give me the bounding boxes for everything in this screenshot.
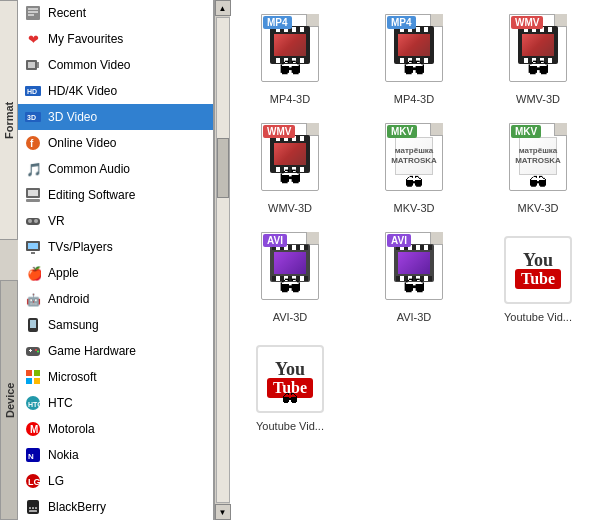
sidebar-item-hd-label: HD/4K Video	[48, 84, 117, 98]
sidebar-item-android[interactable]: 🤖 Android	[18, 286, 213, 312]
svg-rect-29	[30, 349, 31, 352]
svg-rect-6	[28, 62, 35, 68]
heart-icon: ❤	[24, 30, 42, 48]
file-item-avi-3d-1[interactable]: AVI 🕶 AVI-3D	[240, 228, 340, 327]
sidebar-scrollbar[interactable]: ▲ ▼	[214, 0, 230, 520]
sidebar-item-htc[interactable]: HTC HTC	[18, 390, 213, 416]
common-video-icon	[24, 56, 42, 74]
lg-icon: LG	[24, 472, 42, 490]
avi-3d-2-label: AVI-3D	[397, 311, 432, 323]
sidebar-item-hd-4k[interactable]: HD HD/4K Video	[18, 78, 213, 104]
file-item-mkv-3d-2[interactable]: MKV матрёшкаMATROSKA 🕶 MKV-3D	[488, 119, 588, 218]
apple-icon: 🍎	[24, 264, 42, 282]
blackberry-icon	[24, 498, 42, 516]
scroll-thumb[interactable]	[217, 138, 229, 198]
avi-badge-1: AVI	[263, 234, 287, 247]
svg-rect-48	[29, 510, 37, 512]
svg-text:M: M	[30, 424, 38, 435]
main-content: MP4 🕶 MP4-3D MP4 🕶 MP4-3D WMV 🕶 WMV-3D W…	[230, 0, 612, 520]
3d-glasses-4: 🕶	[279, 166, 301, 192]
sidebar-item-apple[interactable]: 🍎 Apple	[18, 260, 213, 286]
svg-rect-33	[34, 370, 40, 376]
sidebar-item-game-hardware[interactable]: Game Hardware	[18, 338, 213, 364]
file-item-mkv-3d-1[interactable]: MKV матрёшкаMATROSKA 🕶 MKV-3D	[364, 119, 464, 218]
avi-3d-2-icon: AVI 🕶	[379, 232, 449, 307]
file-item-wmv-3d-2[interactable]: WMV 🕶 WMV-3D	[240, 119, 340, 218]
3d-glasses-7: 🕶	[279, 275, 301, 301]
svg-point-18	[28, 219, 32, 223]
sidebar-item-samsung-label: Samsung	[48, 318, 99, 332]
sidebar-item-microsoft[interactable]: Microsoft	[18, 364, 213, 390]
file-item-mp4-3d-1[interactable]: MP4 🕶 MP4-3D	[240, 10, 340, 109]
sidebar-item-audio-label: Common Audio	[48, 162, 130, 176]
svg-point-30	[35, 349, 37, 351]
svg-rect-3	[28, 14, 34, 16]
sidebar-item-nokia[interactable]: N Nokia	[18, 442, 213, 468]
3d-glasses-8: 🕶	[403, 275, 425, 301]
mkv-badge-2: MKV	[511, 125, 541, 138]
svg-text:🎵: 🎵	[26, 161, 41, 177]
youtube-tube-1: Tube	[515, 269, 561, 289]
recent-icon	[24, 4, 42, 22]
svg-point-19	[34, 219, 38, 223]
svg-rect-46	[32, 507, 34, 509]
samsung-icon	[24, 316, 42, 334]
youtube-1-label: Youtube Vid...	[504, 311, 572, 323]
svg-rect-26	[30, 320, 36, 328]
sidebar-item-favourites-label: My Favourites	[48, 32, 123, 46]
wmv-badge-2: WMV	[263, 125, 295, 138]
sidebar-list: Recent ❤ My Favourites Common Video HD H…	[18, 0, 213, 520]
mkv-badge-1: MKV	[387, 125, 417, 138]
file-item-youtube-2[interactable]: You Tube 🕶 Youtube Vid...	[240, 337, 340, 436]
sidebar-item-lg[interactable]: LG LG	[18, 468, 213, 494]
svg-text:HD: HD	[27, 88, 37, 95]
tab-format[interactable]: Format	[0, 0, 18, 240]
svg-text:HTC: HTC	[28, 401, 41, 408]
svg-rect-2	[28, 11, 38, 13]
sidebar-item-samsung[interactable]: Samsung	[18, 312, 213, 338]
file-item-youtube-1[interactable]: You Tube Youtube Vid...	[488, 228, 588, 327]
file-item-wmv-3d[interactable]: WMV 🕶 WMV-3D	[488, 10, 588, 109]
3d-glasses-6: 🕶	[529, 173, 547, 194]
youtube-1-icon: You Tube	[503, 232, 573, 307]
htc-icon: HTC	[24, 394, 42, 412]
wmv-3d-2-icon: WMV 🕶	[255, 123, 325, 198]
3d-glasses-5: 🕶	[405, 173, 423, 194]
sidebar-item-tvs[interactable]: TVs/Players	[18, 234, 213, 260]
mp4-3d-2-label: MP4-3D	[394, 93, 434, 105]
sidebar-item-blackberry[interactable]: BlackBerry	[18, 494, 213, 520]
sidebar-item-recent[interactable]: Recent	[18, 0, 213, 26]
scroll-down-arrow[interactable]: ▼	[215, 504, 231, 520]
sidebar-item-vr[interactable]: VR	[18, 208, 213, 234]
sidebar-item-common-audio[interactable]: 🎵 Common Audio	[18, 156, 213, 182]
mkv-3d-2-icon: MKV матрёшкаMATROSKA 🕶	[503, 123, 573, 198]
svg-rect-16	[26, 199, 40, 202]
svg-text:N: N	[28, 452, 34, 461]
sidebar-item-favourites[interactable]: ❤ My Favourites	[18, 26, 213, 52]
sidebar-item-lg-label: LG	[48, 474, 64, 488]
sidebar-item-online-video[interactable]: f Online Video	[18, 130, 213, 156]
matroska-logo-1: матрёшкаMATROSKA	[395, 137, 433, 175]
file-item-mp4-3d-2[interactable]: MP4 🕶 MP4-3D	[364, 10, 464, 109]
sidebar-item-motorola[interactable]: M Motorola	[18, 416, 213, 442]
wmv-3d-icon: WMV 🕶	[503, 14, 573, 89]
sidebar-item-microsoft-label: Microsoft	[48, 370, 97, 384]
android-icon: 🤖	[24, 290, 42, 308]
svg-text:🍎: 🍎	[27, 265, 41, 281]
sidebar-item-motorola-label: Motorola	[48, 422, 95, 436]
sidebar-item-editing[interactable]: Editing Software	[18, 182, 213, 208]
youtube-2-icon: You Tube 🕶	[255, 341, 325, 416]
youtube-you-1: You	[523, 251, 553, 269]
game-icon	[24, 342, 42, 360]
scroll-up-arrow[interactable]: ▲	[215, 0, 231, 16]
svg-rect-47	[35, 507, 37, 509]
youtube-glasses: 🕶	[282, 391, 298, 409]
scroll-track[interactable]	[216, 17, 230, 503]
sidebar-item-3d-video[interactable]: 3D 3D Video	[18, 104, 213, 130]
sidebar-item-common-video[interactable]: Common Video	[18, 52, 213, 78]
svg-rect-22	[31, 252, 35, 254]
sidebar-item-nokia-label: Nokia	[48, 448, 79, 462]
file-item-avi-3d-2[interactable]: AVI 🕶 AVI-3D	[364, 228, 464, 327]
tab-device[interactable]: Device	[0, 280, 18, 520]
wmv-3d-2-label: WMV-3D	[268, 202, 312, 214]
